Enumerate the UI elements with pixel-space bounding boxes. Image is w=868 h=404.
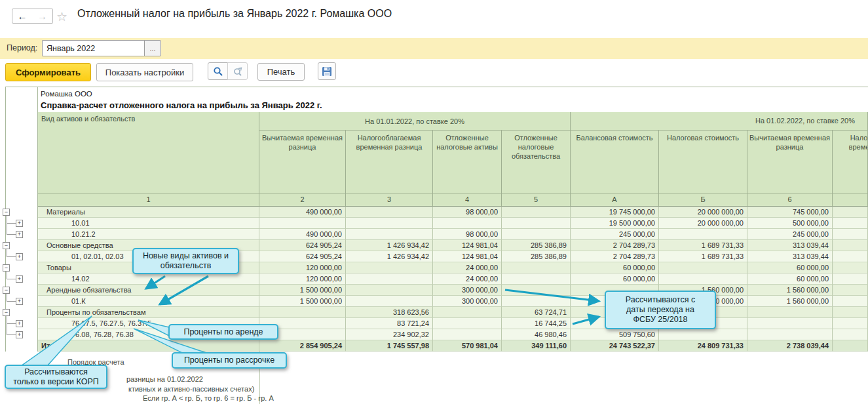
cell-col-0[interactable]: 2 854 905,24 bbox=[259, 340, 346, 352]
cell-col-6[interactable]: 245 000,00 bbox=[747, 229, 833, 240]
cell-col-4[interactable]: 60 000,00 bbox=[571, 262, 659, 273]
cell-col-7[interactable] bbox=[833, 340, 868, 352]
collapse-toggle[interactable]: − bbox=[3, 209, 10, 216]
cell-col-6[interactable] bbox=[747, 307, 833, 318]
column-number-6[interactable]: 6 bbox=[747, 193, 833, 207]
cell-col-2[interactable]: 300 000,00 bbox=[433, 296, 502, 307]
row-label[interactable]: Итого bbox=[38, 340, 259, 352]
cell-col-6[interactable]: 60 000,00 bbox=[747, 273, 833, 285]
cell-col-4[interactable]: 509 750,60 bbox=[571, 329, 659, 340]
cell-col-2[interactable]: 570 981,04 bbox=[433, 340, 502, 352]
cell-col-3[interactable]: 285 386,89 bbox=[502, 240, 571, 251]
column-number-1[interactable]: 3 bbox=[346, 193, 433, 207]
expand-toggle[interactable]: + bbox=[16, 253, 23, 260]
column-header-0[interactable]: Вычитаемая временная разница bbox=[259, 131, 346, 193]
cell-col-1[interactable]: 83 721,24 bbox=[346, 318, 433, 329]
row-label[interactable]: Проценты по обязательствам bbox=[38, 307, 259, 318]
cell-col-0[interactable] bbox=[259, 218, 346, 229]
cell-col-4[interactable]: 24 743 522,37 bbox=[571, 340, 659, 352]
cell-col-5[interactable] bbox=[659, 273, 747, 285]
cell-col-0[interactable]: 490 000,00 bbox=[259, 207, 346, 218]
column-header-1[interactable]: Налогооблагаемая временная разница bbox=[346, 131, 433, 193]
cell-col-3[interactable]: 16 744,25 bbox=[502, 318, 571, 329]
cell-col-3[interactable]: 349 111,60 bbox=[502, 340, 571, 352]
group-header-1[interactable]: На 01.01.2022, по ставке 20% bbox=[259, 112, 571, 131]
cell-col-2[interactable]: 24 000,00 bbox=[433, 262, 502, 273]
cell-col-7[interactable] bbox=[833, 251, 868, 262]
cell-col-5[interactable]: 24 809 731,33 bbox=[659, 340, 747, 352]
print-button[interactable]: Печать bbox=[257, 63, 305, 81]
cell-col-1[interactable]: 1 426 934,42 bbox=[346, 240, 433, 251]
column-number-0[interactable]: 2 bbox=[259, 193, 346, 207]
expand-toggle[interactable]: + bbox=[16, 231, 23, 238]
period-more-button[interactable]: ... bbox=[144, 40, 161, 56]
row-label[interactable]: Материалы bbox=[38, 207, 259, 218]
cell-col-5[interactable]: 1 689 731,33 bbox=[659, 251, 747, 262]
cell-col-5[interactable]: 20 000 000,00 bbox=[659, 207, 747, 218]
cell-col-2[interactable]: 124 981,04 bbox=[433, 240, 502, 251]
cell-col-0[interactable]: 624 905,24 bbox=[259, 240, 346, 251]
column-number-1[interactable]: 1 bbox=[38, 193, 259, 207]
column-number-2[interactable]: 4 bbox=[433, 193, 502, 207]
cell-col-6[interactable] bbox=[747, 329, 833, 340]
column-number-3[interactable]: 5 bbox=[502, 193, 571, 207]
cell-col-6[interactable]: 745 000,00 bbox=[747, 207, 833, 218]
cell-col-1[interactable]: 1 426 934,42 bbox=[346, 251, 433, 262]
cell-col-3[interactable] bbox=[502, 229, 571, 240]
cell-col-2[interactable]: 98 000,00 bbox=[433, 207, 502, 218]
cell-col-4[interactable]: 19 500 000,00 bbox=[571, 218, 659, 229]
cell-col-1[interactable]: 318 623,56 bbox=[346, 307, 433, 318]
cell-col-4[interactable]: 245 000,00 bbox=[571, 229, 659, 240]
column-number-5[interactable]: Б bbox=[659, 193, 747, 207]
cell-col-6[interactable]: 313 039,44 bbox=[747, 240, 833, 251]
cell-col-2[interactable] bbox=[433, 329, 502, 340]
show-settings-button[interactable]: Показать настройки bbox=[96, 63, 193, 81]
cell-col-1[interactable] bbox=[346, 262, 433, 273]
cell-col-3[interactable]: 46 980,46 bbox=[502, 329, 571, 340]
cell-col-1[interactable]: 1 745 557,98 bbox=[346, 340, 433, 352]
cell-col-6[interactable]: 500 000,00 bbox=[747, 218, 833, 229]
cell-col-0[interactable]: 1 500 000,00 bbox=[259, 296, 346, 307]
cell-col-0[interactable]: 624 905,24 bbox=[259, 251, 346, 262]
cell-col-6[interactable]: 60 000,00 bbox=[747, 262, 833, 273]
cell-col-6[interactable] bbox=[747, 318, 833, 329]
column-header-5[interactable]: Налоговая стоимость bbox=[659, 131, 747, 193]
cell-col-7[interactable] bbox=[833, 285, 868, 296]
cell-col-7[interactable] bbox=[833, 318, 868, 329]
group-header-2[interactable]: На 01.02.2022, по ставке 20% bbox=[571, 112, 868, 131]
cell-col-7[interactable] bbox=[833, 329, 868, 340]
cell-col-2[interactable]: 124 981,04 bbox=[433, 251, 502, 262]
save-button[interactable] bbox=[318, 62, 336, 80]
expand-toggle[interactable]: + bbox=[16, 331, 23, 338]
cell-col-5[interactable]: 20 000 000,00 bbox=[659, 218, 747, 229]
cell-col-1[interactable] bbox=[346, 285, 433, 296]
cell-col-7[interactable] bbox=[833, 262, 868, 273]
collapse-toggle[interactable]: − bbox=[3, 242, 10, 249]
cell-col-7[interactable] bbox=[833, 273, 868, 285]
expand-toggle[interactable]: + bbox=[16, 320, 23, 327]
cell-col-5[interactable]: 1 689 731,33 bbox=[659, 240, 747, 251]
column-number-7[interactable] bbox=[833, 193, 868, 207]
cell-col-3[interactable] bbox=[502, 218, 571, 229]
cell-col-6[interactable]: 1 560 000,00 bbox=[747, 296, 833, 307]
row-label[interactable]: Арендные обязательства bbox=[38, 285, 259, 296]
cell-col-7[interactable] bbox=[833, 296, 868, 307]
cell-col-6[interactable]: 1 560 000,00 bbox=[747, 285, 833, 296]
cell-col-7[interactable] bbox=[833, 218, 868, 229]
cell-col-2[interactable]: 300 000,00 bbox=[433, 285, 502, 296]
cell-col-4[interactable]: 19 745 000,00 bbox=[571, 207, 659, 218]
cell-col-2[interactable]: 98 000,00 bbox=[433, 229, 502, 240]
cell-col-7[interactable] bbox=[833, 229, 868, 240]
cell-col-1[interactable] bbox=[346, 229, 433, 240]
cell-col-2[interactable]: 24 000,00 bbox=[433, 273, 502, 285]
cell-col-0[interactable]: 120 000,00 bbox=[259, 262, 346, 273]
row-label[interactable]: 01.К bbox=[38, 296, 259, 307]
row-label[interactable]: 10.21.2 bbox=[38, 229, 259, 240]
favorite-star-icon[interactable]: ☆ bbox=[56, 9, 67, 24]
cell-col-4[interactable]: 2 704 289,73 bbox=[571, 251, 659, 262]
column-header-6[interactable]: Вычитаемая временная разница bbox=[747, 131, 833, 193]
cell-col-7[interactable] bbox=[833, 240, 868, 251]
collapse-toggle[interactable]: − bbox=[3, 287, 10, 294]
cell-col-0[interactable]: 120 000,00 bbox=[259, 273, 346, 285]
expand-toggle[interactable]: + bbox=[16, 298, 23, 305]
